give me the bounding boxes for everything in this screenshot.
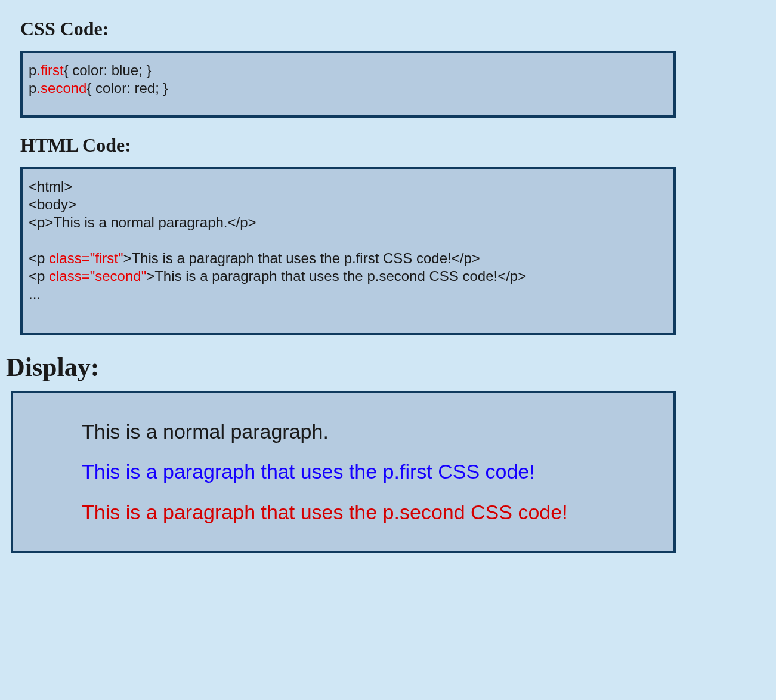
css-line1-prefix: p (29, 62, 36, 78)
display-output-box: This is a normal paragraph. This is a pa… (11, 391, 676, 553)
display-heading: Display: (6, 352, 770, 383)
html-line4-suffix: >This is a paragraph that uses the p.fir… (123, 250, 480, 266)
css-line1-rule: { color: blue; } (64, 62, 152, 78)
html-line-1: <html> (29, 178, 667, 196)
css-line-1: p.first{ color: blue; } (29, 61, 667, 79)
html-code-heading: HTML Code: (20, 134, 770, 156)
css-line2-selector: .second (36, 80, 86, 96)
html-line4-prefix: <p (29, 250, 49, 266)
html-line5-attr: class="second" (49, 268, 146, 284)
html-blank-line (29, 232, 667, 249)
css-line2-prefix: p (29, 80, 36, 96)
html-line-6: ... (29, 285, 667, 303)
html-line4-attr: class="first" (49, 250, 123, 266)
html-line5-prefix: <p (29, 268, 49, 284)
html-line-3: <p>This is a normal paragraph.</p> (29, 214, 667, 232)
html-line-2: <body> (29, 196, 667, 214)
css-line1-selector: .first (36, 62, 63, 78)
css-code-heading: CSS Code: (20, 18, 770, 40)
display-paragraph-normal: This is a normal paragraph. (49, 417, 638, 446)
display-paragraph-second: This is a paragraph that uses the p.seco… (49, 498, 638, 527)
css-line2-rule: { color: red; } (86, 80, 168, 96)
html-code-box: <html> <body> <p>This is a normal paragr… (20, 167, 676, 335)
css-line-2: p.second{ color: red; } (29, 79, 667, 97)
display-paragraph-first: This is a paragraph that uses the p.firs… (49, 457, 638, 486)
css-code-box: p.first{ color: blue; } p.second{ color:… (20, 51, 676, 118)
html-line-5: <p class="second">This is a paragraph th… (29, 267, 667, 285)
html-line5-suffix: >This is a paragraph that uses the p.sec… (146, 268, 526, 284)
html-line-4: <p class="first">This is a paragraph tha… (29, 249, 667, 267)
